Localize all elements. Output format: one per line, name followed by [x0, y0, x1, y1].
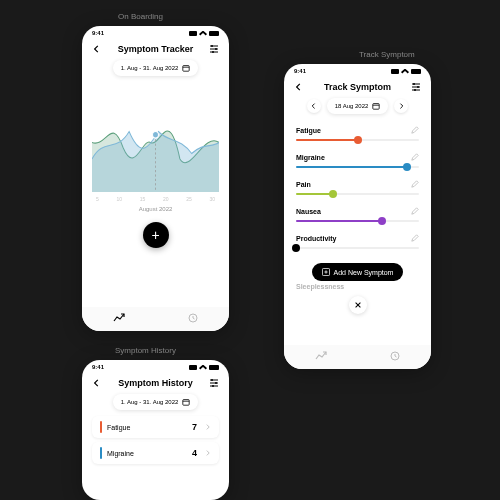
phone-history: 9:41 Symptom History 1. Aug - 31. Aug 20…	[82, 360, 229, 500]
symptom-row: Nausea	[284, 203, 431, 230]
add-fab[interactable]: +	[143, 222, 169, 248]
svg-rect-16	[183, 400, 189, 406]
add-symptom-label: Add New Symptom	[334, 269, 394, 276]
chevron-right-icon	[205, 449, 211, 458]
status-bar: 9:41	[284, 64, 431, 78]
page-title: Symptom Tracker	[118, 44, 194, 54]
faded-symptom: Sleeplessness	[284, 281, 431, 292]
calendar-icon	[182, 398, 190, 406]
edit-icon[interactable]	[411, 207, 419, 216]
symptom-name: Pain	[296, 181, 311, 188]
symptom-name: Migraine	[296, 154, 325, 161]
svg-point-8	[417, 86, 419, 88]
back-button[interactable]	[92, 378, 102, 388]
svg-point-14	[215, 382, 217, 384]
symptom-row: Pain	[284, 176, 431, 203]
symptom-slider[interactable]	[296, 247, 419, 249]
symptom-slider[interactable]	[296, 139, 419, 141]
header: Symptom History	[82, 374, 229, 394]
nav-trend-icon[interactable]	[315, 351, 327, 363]
status-icons	[189, 365, 219, 370]
date-prev-button[interactable]	[307, 99, 321, 113]
edit-icon[interactable]	[411, 234, 419, 243]
status-icons	[391, 69, 421, 74]
svg-point-15	[212, 385, 214, 387]
page-title: Track Symptom	[324, 82, 391, 92]
calendar-icon	[372, 102, 380, 110]
symptom-row: Fatigue	[284, 122, 431, 149]
header: Track Symptom	[284, 78, 431, 98]
svg-point-7	[413, 83, 415, 85]
date-nav: 18 Aug 2022	[307, 98, 409, 114]
svg-rect-10	[373, 104, 379, 110]
edit-icon[interactable]	[411, 153, 419, 162]
date-range-text: 1. Aug - 31. Aug 2022	[121, 65, 179, 71]
history-name: Fatigue	[107, 424, 130, 431]
date-range-pill[interactable]: 1. Aug - 31. Aug 2022	[113, 394, 199, 410]
settings-icon[interactable]	[209, 44, 219, 54]
bottom-nav	[284, 345, 431, 369]
close-button[interactable]	[349, 296, 367, 314]
status-bar: 9:41	[82, 26, 229, 40]
history-row[interactable]: Migraine 4	[92, 442, 219, 464]
battery-icon	[209, 31, 219, 36]
symptom-slider[interactable]	[296, 193, 419, 195]
signal-icon	[189, 31, 197, 36]
date-next-button[interactable]	[394, 99, 408, 113]
symptom-name: Productivity	[296, 235, 336, 242]
battery-icon	[411, 69, 421, 74]
status-icons	[189, 31, 219, 36]
svg-point-13	[211, 379, 213, 381]
section-label-history: Symptom History	[115, 346, 176, 355]
svg-point-1	[215, 48, 217, 50]
svg-point-0	[211, 45, 213, 47]
section-label-track: Track Symptom	[359, 50, 415, 59]
color-bar	[100, 421, 102, 433]
wifi-icon	[199, 31, 207, 36]
back-button[interactable]	[294, 82, 304, 92]
svg-point-9	[414, 89, 416, 91]
history-name: Migraine	[107, 450, 134, 457]
page-title: Symptom History	[118, 378, 193, 388]
status-time: 9:41	[92, 30, 104, 36]
symptom-row: Productivity	[284, 230, 431, 257]
edit-icon[interactable]	[411, 180, 419, 189]
history-row[interactable]: Fatigue 7	[92, 416, 219, 438]
color-bar	[100, 447, 102, 459]
symptom-slider[interactable]	[296, 220, 419, 222]
chart-x-ticks: 51015202530	[82, 196, 229, 202]
add-symptom-button[interactable]: Add New Symptom	[312, 263, 404, 281]
history-value: 7	[192, 422, 197, 432]
bottom-nav	[82, 307, 229, 331]
wifi-icon	[401, 69, 409, 74]
date-range-pill[interactable]: 1. Aug - 31. Aug 2022	[113, 60, 199, 76]
section-label-onboarding: On Boarding	[118, 12, 163, 21]
symptom-chart	[92, 82, 219, 192]
nav-trend-icon[interactable]	[113, 313, 125, 325]
svg-rect-3	[183, 66, 189, 72]
nav-clock-icon[interactable]	[188, 313, 198, 325]
settings-icon[interactable]	[411, 82, 421, 92]
symptom-row: Migraine	[284, 149, 431, 176]
date-text: 18 Aug 2022	[335, 103, 369, 109]
phone-track: 9:41 Track Symptom 18 Aug 2022 Fatigue	[284, 64, 431, 369]
battery-icon	[209, 365, 219, 370]
history-value: 4	[192, 448, 197, 458]
svg-point-2	[212, 51, 214, 53]
signal-icon	[189, 365, 197, 370]
date-pill[interactable]: 18 Aug 2022	[327, 98, 389, 114]
date-range-text: 1. Aug - 31. Aug 2022	[121, 399, 179, 405]
nav-clock-icon[interactable]	[390, 351, 400, 363]
calendar-icon	[182, 64, 190, 72]
symptom-slider[interactable]	[296, 166, 419, 168]
back-button[interactable]	[92, 44, 102, 54]
signal-icon	[391, 69, 399, 74]
phone-onboarding: 9:41 Symptom Tracker 1. Aug - 31. Aug 20…	[82, 26, 229, 331]
edit-icon[interactable]	[411, 126, 419, 135]
settings-icon[interactable]	[209, 378, 219, 388]
status-bar: 9:41	[82, 360, 229, 374]
wifi-icon	[199, 365, 207, 370]
header: Symptom Tracker	[82, 40, 229, 60]
symptom-name: Fatigue	[296, 127, 321, 134]
svg-point-5	[153, 132, 159, 139]
